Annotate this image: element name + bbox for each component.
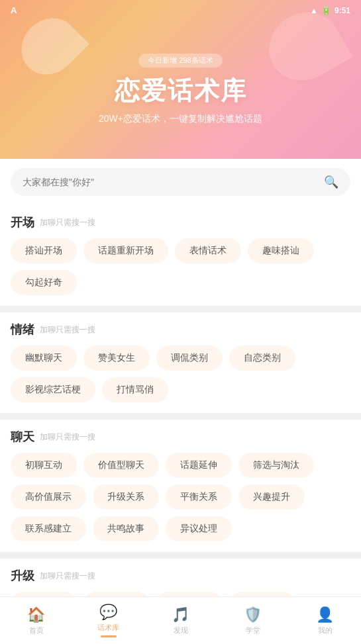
section-title-qingxu: 情绪 — [11, 322, 34, 338]
section-title-liaotian: 聊天 — [11, 429, 34, 445]
tag-item[interactable]: 幽默聊天 — [11, 345, 77, 371]
tag-item[interactable]: 筛选与淘汰 — [238, 453, 314, 478]
tag-item[interactable]: 调侃类别 — [156, 345, 223, 371]
nav-icon-mine: 👤 — [316, 606, 334, 623]
main-content: 开场加聊只需搜一搜搭讪开场话题重新开场表情话术趣味搭讪勾起好奇情绪加聊只需搜一搜… — [0, 205, 361, 644]
tag-item[interactable]: 表情话术 — [175, 238, 241, 263]
section-liaotian: 聊天加聊只需搜一搜初聊互动价值型聊天话题延伸筛选与淘汰高价值展示升级关系平衡关系… — [0, 420, 361, 552]
tag-item[interactable]: 打情骂俏 — [102, 377, 168, 402]
nav-label-library: 话术库 — [97, 623, 119, 633]
tag-item[interactable]: 话题重新开场 — [83, 238, 168, 263]
section-header-liaotian: 聊天加聊只需搜一搜 — [11, 429, 350, 445]
nav-item-academy[interactable]: 🛡️学堂 — [217, 606, 289, 635]
nav-item-discover[interactable]: 🎵发现 — [144, 606, 217, 635]
nav-icon-home: 🏠 — [27, 606, 45, 623]
nav-label-mine: 我的 — [318, 625, 333, 635]
nav-item-home[interactable]: 🏠首页 — [0, 606, 72, 635]
nav-label-discover: 发现 — [174, 625, 188, 635]
tag-item[interactable]: 影视综艺话梗 — [11, 377, 95, 402]
tag-item[interactable]: 价值型聊天 — [83, 453, 159, 478]
hero-subtitle: 20W+恋爱话术，一键复制解决尴尬话题 — [99, 113, 262, 125]
section-subtitle-liaotian: 加聊只需搜一搜 — [40, 432, 95, 443]
nav-underline-library — [101, 635, 117, 637]
search-icon[interactable]: 🔍 — [324, 175, 338, 189]
tags-grid-liaotian: 初聊互动价值型聊天话题延伸筛选与淘汰高价值展示升级关系平衡关系兴趣提升联系感建立… — [11, 453, 350, 541]
section-header-shengji: 升级加聊只需搜一搜 — [11, 568, 350, 584]
tags-grid-qingxu: 幽默聊天赞美女生调侃类别自恋类别影视综艺话梗打情骂俏 — [11, 345, 350, 402]
search-bar[interactable]: 🔍 — [11, 168, 350, 196]
nav-label-home: 首页 — [29, 625, 44, 635]
section-qingxu: 情绪加聊只需搜一搜幽默聊天赞美女生调侃类别自恋类别影视综艺话梗打情骂俏 — [0, 312, 361, 413]
battery-icon: 🔋 — [321, 6, 331, 15]
hero-title: 恋爱话术库 — [115, 74, 247, 108]
section-title-kaichang: 开场 — [11, 214, 34, 230]
tags-grid-kaichang: 搭讪开场话题重新开场表情话术趣味搭讪勾起好奇 — [11, 238, 350, 295]
carrier-label: A — [11, 5, 17, 15]
tag-item[interactable]: 话题延伸 — [166, 453, 232, 478]
nav-item-library[interactable]: 💬话术库 — [72, 604, 144, 637]
tag-item[interactable]: 趣味搭讪 — [248, 238, 314, 263]
tag-item[interactable]: 升级关系 — [93, 484, 159, 510]
tag-item[interactable]: 搭讪开场 — [11, 238, 77, 263]
status-bar: A ▲ 🔋 9:51 — [0, 0, 361, 18]
time-label: 9:51 — [335, 6, 350, 15]
nav-icon-library: 💬 — [99, 604, 117, 621]
section-subtitle-kaichang: 加聊只需搜一搜 — [40, 217, 95, 228]
tag-item[interactable]: 兴趣提升 — [238, 484, 305, 510]
section-header-kaichang: 开场加聊只需搜一搜 — [11, 214, 350, 230]
nav-icon-academy: 🛡️ — [244, 606, 262, 623]
nav-item-mine[interactable]: 👤我的 — [289, 606, 361, 635]
wifi-icon: ▲ — [310, 6, 318, 15]
nav-icon-discover: 🎵 — [172, 606, 189, 623]
tag-item[interactable]: 异议处理 — [166, 516, 232, 541]
tag-item[interactable]: 平衡关系 — [166, 484, 232, 510]
section-header-qingxu: 情绪加聊只需搜一搜 — [11, 322, 350, 338]
tag-item[interactable]: 勾起好奇 — [11, 270, 77, 295]
tag-item[interactable]: 赞美女生 — [83, 345, 150, 371]
tag-item[interactable]: 高价值展示 — [11, 484, 86, 510]
bottom-nav: 🏠首页💬话术库🎵发现🛡️学堂👤我的 — [0, 596, 361, 644]
section-kaichang: 开场加聊只需搜一搜搭讪开场话题重新开场表情话术趣味搭讪勾起好奇 — [0, 205, 361, 306]
search-input[interactable] — [23, 177, 319, 187]
status-right: ▲ 🔋 9:51 — [310, 6, 350, 15]
tag-item[interactable]: 初聊互动 — [11, 453, 77, 478]
section-subtitle-shengji: 加聊只需搜一搜 — [40, 571, 95, 582]
tag-item[interactable]: 联系感建立 — [11, 516, 86, 541]
search-section: 🔍 — [0, 159, 361, 205]
tag-item[interactable]: 自恋类别 — [229, 345, 295, 371]
tag-item[interactable]: 共鸣故事 — [93, 516, 159, 541]
section-title-shengji: 升级 — [11, 568, 34, 584]
hero-banner: 今日新增 298条话术 恋爱话术库 20W+恋爱话术，一键复制解决尴尬话题 — [0, 0, 361, 159]
nav-label-academy: 学堂 — [246, 625, 260, 635]
hero-badge: 今日新增 298条话术 — [138, 54, 222, 68]
section-subtitle-qingxu: 加聊只需搜一搜 — [40, 324, 95, 336]
